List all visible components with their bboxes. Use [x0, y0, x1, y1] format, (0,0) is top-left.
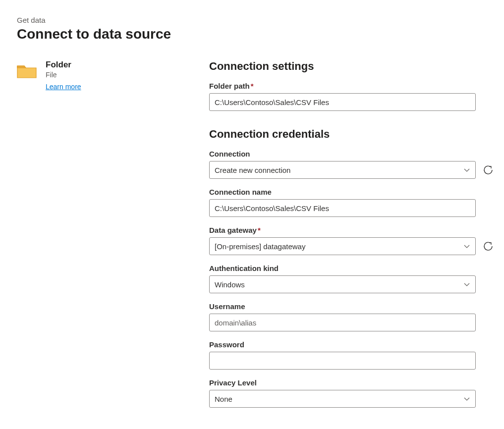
refresh-icon: [483, 241, 494, 252]
password-input[interactable]: [209, 352, 476, 370]
connector-type: File: [46, 71, 81, 79]
folder-path-label: Folder path*: [209, 82, 494, 90]
chevron-down-icon: [463, 243, 470, 250]
privacy-level-select[interactable]: None: [209, 390, 476, 408]
connection-label: Connection: [209, 150, 494, 158]
folder-path-input[interactable]: [209, 93, 476, 111]
chevron-down-icon: [463, 166, 470, 173]
data-gateway-label: Data gateway*: [209, 226, 494, 234]
connection-name-label: Connection name: [209, 188, 494, 196]
refresh-gateway-button[interactable]: [483, 241, 494, 252]
connector-sidebar: Folder File Learn more: [17, 60, 187, 417]
username-input[interactable]: [209, 314, 476, 331]
breadcrumb: Get data: [17, 16, 487, 24]
auth-kind-label: Authentication kind: [209, 264, 494, 272]
form-panel: Connection settings Folder path* Connect…: [209, 60, 494, 417]
data-gateway-select[interactable]: [On-premises] datagateway: [209, 237, 476, 255]
connector-card: Folder File Learn more: [17, 60, 187, 91]
connector-name: Folder: [46, 60, 81, 70]
chevron-down-icon: [463, 395, 470, 402]
auth-kind-select[interactable]: Windows: [209, 275, 476, 293]
username-label: Username: [209, 302, 494, 311]
privacy-level-label: Privacy Level: [209, 378, 494, 387]
connection-select[interactable]: Create new connection: [209, 161, 476, 179]
connection-credentials-heading: Connection credentials: [209, 128, 494, 141]
refresh-icon: [483, 164, 494, 175]
connection-settings-heading: Connection settings: [209, 60, 494, 73]
chevron-down-icon: [463, 281, 470, 288]
connection-name-input[interactable]: [209, 199, 476, 217]
page-title: Connect to data source: [17, 26, 487, 42]
refresh-connection-button[interactable]: [483, 164, 494, 175]
folder-icon: [17, 63, 37, 79]
password-label: Password: [209, 340, 494, 349]
learn-more-link[interactable]: Learn more: [46, 83, 81, 91]
